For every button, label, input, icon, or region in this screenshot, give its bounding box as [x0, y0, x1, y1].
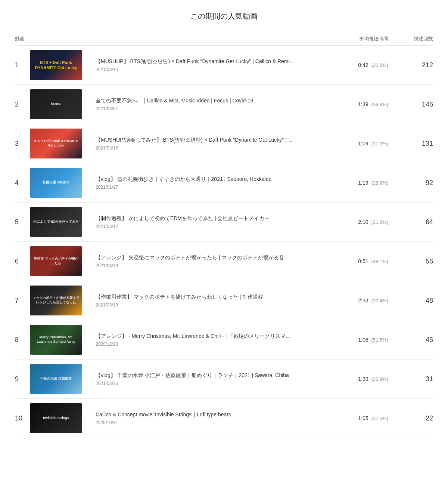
video-date: 2021/03/26 [96, 381, 330, 386]
avg-pct: (28.9%) [371, 180, 388, 186]
view-count: 56 [396, 258, 433, 265]
table-row[interactable]: 9 千葉の水郷 佐原散策 【vlog】 千葉の水郷 小江戸・佐原散策｜船めぐり｜… [15, 360, 433, 399]
video-title: 【vlog】 千葉の水郷 小江戸・佐原散策｜船めぐり｜ランチ｜2021 | Sa… [96, 372, 330, 379]
table-row[interactable]: 7 マックのポテトが揚がる音をアレンジしたら悲しくなった 【作業用作業】 マック… [15, 281, 433, 320]
avg-time: 0:42 (20.0%) [336, 62, 396, 68]
avg-time: 2:33 (10.4%) [336, 297, 396, 303]
header-video: 動画 [15, 36, 90, 42]
video-title: 【アレンジ】 失恋後にマックのポテトが揚がったら | マックのポテトが揚がる音.… [96, 254, 330, 262]
video-info: 【制作過程】 かによしで初めてEDMを作ってみた | 会社員ビートメイカー 20… [90, 215, 336, 229]
video-date: 2021/01/27 [96, 185, 330, 190]
video-info: 【vlog】 千葉の水郷 小江戸・佐原散策｜船めぐり｜ランチ｜2021 | Sa… [90, 372, 336, 386]
video-thumbnail: マックのポテトが揚がる音をアレンジしたら悲しくなった [30, 286, 82, 315]
video-date: 2021/03/15 [96, 145, 330, 151]
view-count: 22 [396, 414, 433, 422]
header-views: 視聴回数 [396, 36, 433, 42]
video-date: 2021/03/07 [96, 106, 330, 111]
rank-number: 7 [15, 297, 30, 305]
page-title: この期間の人気動画 [15, 11, 433, 21]
avg-pct: (48.1%) [371, 259, 388, 264]
video-title: 【アレンジ】 - Merry Christmas, Mr. Lawrence &… [96, 333, 330, 340]
avg-time: 0:51 (48.1%) [336, 258, 396, 264]
view-count: 64 [396, 218, 433, 226]
avg-pct: (37.5%) [371, 416, 388, 421]
video-thumbnail: 札幌大通り街歩き [30, 168, 82, 198]
video-title: 【作業用作業】 マックのポテトを揚げてみたら悲しくなった | 制作過程 [96, 293, 330, 301]
video-info: 【アレンジ】 - Merry Christmas, Mr. Lawrence &… [90, 333, 336, 347]
video-title: 【MUSHUP/演奏してみた】 BTS(방탄소년단) × Daft Punk "… [96, 136, 330, 144]
view-count: 131 [396, 140, 433, 148]
avg-time: 1:39 (26.9%) [336, 376, 396, 382]
table-row[interactable]: 8 Merry Christmas, Mr. Lawrence Spirited… [15, 320, 433, 360]
video-thumbnail: Invisible Strings [30, 403, 82, 433]
video-thumbnail: 千葉の水郷 佐原散策 [30, 364, 82, 394]
video-info: 【MUSHUP】 BTS(방탄소년단) × Daft Punk "Dynamit… [90, 58, 336, 72]
table-row[interactable]: 4 札幌大通り街歩き 【vlog】 雪の札幌街歩き｜すすきのから大通り｜2021… [15, 163, 433, 203]
avg-pct: (20.0%) [371, 62, 388, 68]
view-count: 45 [396, 336, 433, 344]
avg-time: 2:10 (21.3%) [336, 219, 396, 225]
video-info: 【アレンジ】 失恋後にマックのポテトが揚がったら | マックのポテトが揚がる音.… [90, 254, 336, 268]
video-date: 2021/03/19 [96, 302, 330, 308]
video-thumbnail: Merry Christmas, Mr. Lawrence Spirited A… [30, 325, 82, 355]
table-row[interactable]: 6 失恋後 マックのポテトが揚がったら 【アレンジ】 失恋後にマックのポテトが揚… [15, 242, 433, 281]
view-count: 212 [396, 61, 433, 69]
avg-time: 1:19 (28.9%) [336, 180, 396, 186]
video-thumbnail: BTS + Daft Punk DYNAMITE Get Lucky [30, 129, 82, 158]
video-title: 【vlog】 雪の札幌街歩き｜すすきのから大通り｜2021 | Sapporo,… [96, 176, 330, 183]
view-count: 48 [396, 297, 433, 305]
video-date: 2021/03/15 [96, 67, 330, 72]
avg-pct: (21.3%) [371, 219, 388, 225]
video-info: 【MUSHUP/演奏してみた】 BTS(방탄소년단) × Daft Punk "… [90, 136, 336, 151]
video-info: Callico & Concept movie 'Invisible Strin… [90, 411, 336, 425]
rank-number: 4 [15, 179, 30, 187]
avg-time: 1:09 (31.9%) [336, 141, 396, 147]
rank-number: 9 [15, 375, 30, 383]
video-thumbnail: かによしで EDMを作ってみた [30, 207, 82, 237]
avg-time: 1:39 (36.6%) [336, 101, 396, 107]
avg-pct: (26.9%) [371, 376, 388, 382]
video-thumbnail: focus. [30, 89, 82, 119]
video-table: 1 BTS + Daft Punk DYNAMITE Get Lucky 【MU… [15, 46, 433, 438]
video-info: 全ての不要不急へ。 | Callico & MicL Music Video |… [90, 97, 336, 111]
view-count: 146 [396, 101, 433, 108]
avg-time: 1:05 (37.5%) [336, 415, 396, 421]
header-avg-time: 平均視聴時間 [336, 36, 396, 42]
table-row[interactable]: 5 かによしで EDMを作ってみた 【制作過程】 かによしで初めてEDMを作って… [15, 203, 433, 242]
video-date: 2021/03/12 [96, 224, 330, 229]
table-row[interactable]: 1 BTS + Daft Punk DYNAMITE Get Lucky 【MU… [15, 46, 433, 85]
table-row[interactable]: 3 BTS + Daft Punk DYNAMITE Get Lucky 【MU… [15, 124, 433, 163]
table-row[interactable]: 2 focus. 全ての不要不急へ。 | Callico & MicL Musi… [15, 85, 433, 124]
video-thumbnail: BTS + Daft Punk DYNAMITE Get Lucky [30, 50, 82, 80]
rank-number: 6 [15, 258, 30, 265]
video-info: 【vlog】 雪の札幌街歩き｜すすきのから大通り｜2021 | Sapporo,… [90, 176, 336, 190]
video-title: 全ての不要不急へ。 | Callico & MicL Music Video |… [96, 97, 330, 105]
video-date: 2020/12/23 [96, 342, 330, 347]
rank-number: 3 [15, 140, 30, 148]
rank-number: 10 [15, 414, 30, 422]
rank-number: 5 [15, 218, 30, 226]
avg-pct: (51.5%) [371, 337, 388, 343]
video-date: 2021/03/19 [96, 263, 330, 268]
table-row[interactable]: 10 Invisible Strings Callico & Concept m… [15, 399, 433, 438]
video-info: 【作業用作業】 マックのポテトを揚げてみたら悲しくなった | 制作過程 2021… [90, 293, 336, 308]
rank-number: 2 [15, 101, 30, 108]
avg-pct: (10.4%) [371, 298, 388, 303]
view-count: 31 [396, 375, 433, 383]
table-header: 動画 平均視聴時間 視聴回数 [15, 33, 433, 46]
video-title: 【制作過程】 かによしで初めてEDMを作ってみた | 会社員ビートメイカー [96, 215, 330, 222]
avg-pct: (31.9%) [371, 141, 388, 147]
video-title: Callico & Concept movie 'Invisible Strin… [96, 411, 330, 419]
video-date: 2020/10/31 [96, 420, 330, 425]
rank-number: 8 [15, 336, 30, 344]
avg-pct: (36.6%) [371, 102, 388, 107]
avg-time: 1:06 (51.5%) [336, 337, 396, 343]
video-title: 【MUSHUP】 BTS(방탄소년단) × Daft Punk "Dynamit… [96, 58, 330, 65]
view-count: 92 [396, 179, 433, 187]
video-thumbnail: 失恋後 マックのポテトが揚がったら [30, 246, 82, 276]
rank-number: 1 [15, 61, 30, 69]
